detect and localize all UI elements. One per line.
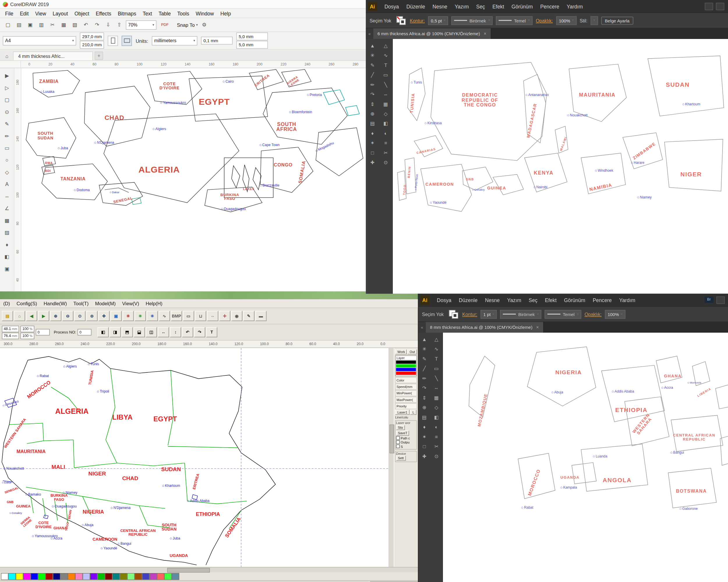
menu-item[interactable]: Yardım <box>616 297 639 303</box>
menu-item[interactable]: Help(H) <box>142 301 166 306</box>
align-left-icon[interactable]: ◧ <box>98 327 109 337</box>
close-tab-icon[interactable]: × <box>484 31 486 36</box>
horizontal-scrollbar[interactable] <box>0 567 418 572</box>
horizontal-ruler[interactable]: 300.0280.0260.0240.0220.0200.0180.0160.0… <box>0 340 418 348</box>
panel-tab[interactable]: Work <box>395 350 407 355</box>
print-icon[interactable]: ▥ <box>36 20 46 30</box>
menu-item[interactable]: Dosya <box>381 3 402 9</box>
open-icon[interactable]: ▤ <box>2 311 13 321</box>
menu-item[interactable]: Efekt <box>489 3 508 9</box>
menu-item[interactable]: Düzenle <box>455 297 482 303</box>
panel-checkbox[interactable]: Path c <box>396 436 416 440</box>
menu-item[interactable]: Efekt <box>541 297 560 303</box>
palette-color-swatch[interactable] <box>105 573 112 580</box>
palette-color-swatch[interactable] <box>60 573 68 580</box>
menu-item[interactable]: Table <box>155 10 174 16</box>
palette-color-swatch[interactable] <box>127 573 135 580</box>
rectangle-tool[interactable]: ▭ <box>431 364 442 373</box>
menu-item[interactable]: Pencere <box>589 297 616 303</box>
menu-item[interactable]: Window <box>192 10 217 16</box>
document-tab[interactable]: 8 mm thickness Africa.ai @ 100% (CMYK/Ön… <box>426 322 543 333</box>
width-tool[interactable]: ⇕ <box>418 393 431 402</box>
column-graph-tool[interactable]: ≡ <box>431 432 442 441</box>
menu-item[interactable]: (D) <box>0 301 14 306</box>
units-select[interactable]: millimeters▾ <box>152 36 198 46</box>
menu-item[interactable]: Nesne <box>428 3 451 9</box>
symbol-sprayer-tool[interactable]: ✶ <box>366 138 379 147</box>
menu-item[interactable]: Layout <box>50 10 71 16</box>
illustrator-logo[interactable]: Ai <box>368 2 377 11</box>
parallel-dimension-tool[interactable]: ⇔ <box>2 191 12 202</box>
lasso-tool[interactable]: ∿ <box>431 344 442 354</box>
coreldraw-canvas[interactable]: ZAMBIALusakaCHADN'DjamenaSOUTH SUDANJuba… <box>21 68 366 291</box>
layer-color-row[interactable] <box>396 371 416 375</box>
new-document-tab-button[interactable]: + <box>95 52 103 60</box>
pan-icon[interactable]: ✚ <box>98 311 109 321</box>
laser-head-icon[interactable]: ✛ <box>219 311 230 321</box>
panel-button[interactable]: Sta <box>396 425 405 430</box>
panel-checkbox[interactable]: Outpu <box>396 440 416 444</box>
illustrator-canvas[interactable]: NIGERIAAbujaGHANAAccraMonroviaLIBERIAAdd… <box>443 333 728 582</box>
weld-icon[interactable]: ⊔ <box>195 311 206 321</box>
line-segment-tool[interactable]: ╱ <box>418 364 431 373</box>
paintbrush-tool[interactable]: ✏ <box>418 373 431 383</box>
hand-tool[interactable]: ✚ <box>418 451 431 461</box>
panel-button[interactable]: SaveT <box>396 431 409 436</box>
vertical-ruler[interactable]: 180160140120100806040 <box>14 68 21 291</box>
gradient-tool[interactable]: ◧ <box>379 119 392 128</box>
direct-selection-tool[interactable]: △ <box>431 335 442 344</box>
zoom-out-icon[interactable]: ⊖ <box>62 311 73 321</box>
undo-icon[interactable]: ↶ <box>81 20 91 30</box>
palette-color-swatch[interactable] <box>8 573 16 580</box>
palette-color-swatch[interactable] <box>38 573 46 580</box>
type-tool[interactable]: T <box>431 354 442 363</box>
menu-item[interactable]: File <box>2 10 17 16</box>
palette-color-swatch[interactable] <box>157 573 164 580</box>
bmp-icon[interactable]: BMP <box>171 311 182 321</box>
free-transform-tool[interactable]: ▦ <box>379 99 392 109</box>
landscape-button[interactable] <box>122 35 132 46</box>
menu-item[interactable]: Text <box>139 10 156 16</box>
copy-icon[interactable]: ▦ <box>58 20 69 30</box>
menu-item[interactable]: Yazım <box>503 297 525 303</box>
rotate-left-icon[interactable]: ↶ <box>182 327 193 337</box>
document-tab[interactable]: 6 mm thickness Africa.ai @ 100% (CMYK/Ön… <box>373 28 491 39</box>
panel-tab[interactable]: Out <box>407 350 417 355</box>
menu-item[interactable]: Görünüm <box>508 3 537 9</box>
drop-shadow-tool[interactable]: ▩ <box>2 215 12 226</box>
width-tool[interactable]: ⇕ <box>366 99 379 109</box>
palette-color-swatch[interactable] <box>83 573 90 580</box>
layer-property-row[interactable]: MaxPower( <box>395 397 417 403</box>
stroke-label-link[interactable]: Kontur: <box>462 312 477 317</box>
laser-output-tab[interactable]: Laser1 <box>395 410 410 415</box>
workspace-switcher-icon[interactable] <box>716 3 725 10</box>
menu-item[interactable]: Edit <box>17 10 32 16</box>
text-tool-icon[interactable]: T <box>206 327 217 337</box>
fill-stroke-widget[interactable] <box>396 16 407 25</box>
smart-fill-tool[interactable]: ▣ <box>2 263 12 274</box>
perspective-grid-tool[interactable]: ◇ <box>431 403 442 412</box>
palette-color-swatch[interactable] <box>1 573 8 580</box>
zoom-tool[interactable]: ⊙ <box>379 158 392 167</box>
duplicate-y-input[interactable]: 5,0 mm <box>236 41 268 49</box>
layer-list[interactable]: Layer <box>395 355 417 376</box>
interactive-fill-tool[interactable]: ◧ <box>2 251 12 262</box>
page-height-input[interactable]: 210,0 mm <box>80 41 104 49</box>
perspective-grid-tool[interactable]: ◇ <box>379 109 392 118</box>
pen-tool[interactable]: ✎ <box>418 354 431 363</box>
scale-tool[interactable]: ⇔ <box>431 383 442 393</box>
menu-item[interactable]: View <box>32 10 50 16</box>
shape-builder-tool[interactable]: ⊕ <box>366 109 379 118</box>
menu-item[interactable]: Seç <box>473 3 489 9</box>
ruler-icon[interactable]: ▬ <box>255 311 266 321</box>
palette-color-swatch[interactable] <box>90 573 98 580</box>
home-icon[interactable]: ⌂ <box>14 311 25 321</box>
opacity-label-link[interactable]: Opaklık: <box>536 18 553 23</box>
opacity-input[interactable]: 100%▾ <box>556 16 577 25</box>
align-top-icon[interactable]: ⬒ <box>122 327 133 337</box>
rotate-tool[interactable]: ↷ <box>418 383 431 393</box>
menu-item[interactable]: View(V) <box>119 301 142 306</box>
scale-x-input[interactable]: 100% <box>21 325 34 332</box>
opacity-label-link[interactable]: Opaklık: <box>584 312 601 317</box>
zoom-in-icon[interactable]: ⊕ <box>50 311 61 321</box>
